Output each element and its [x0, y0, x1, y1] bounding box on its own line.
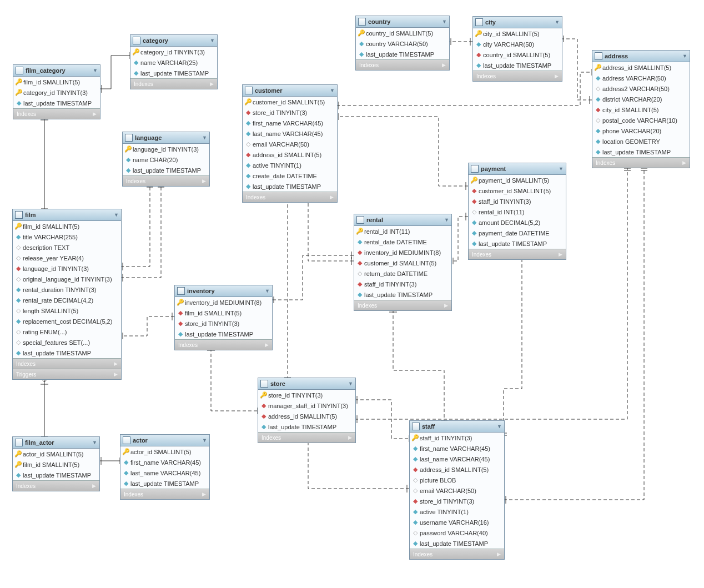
column-row[interactable]: 🔑film_id SMALLINT(5) — [13, 221, 121, 232]
column-row[interactable]: 🔑store_id TINYINT(3) — [258, 390, 355, 400]
column-row[interactable]: ◆last_update TIMESTAMP — [469, 238, 566, 249]
column-row[interactable]: ◆last_update TIMESTAMP — [354, 289, 451, 300]
column-row[interactable]: ◆last_update TIMESTAMP — [123, 165, 209, 175]
column-row[interactable]: ◆last_update TIMESTAMP — [120, 478, 209, 489]
collapse-icon[interactable]: ▼ — [93, 68, 98, 73]
table-header[interactable]: category▼ — [130, 35, 217, 47]
footer-indexes[interactable]: Indexes▶ — [592, 157, 690, 168]
table-header[interactable]: film▼ — [13, 209, 121, 221]
column-row[interactable]: 🔑city_id SMALLINT(5) — [473, 28, 562, 39]
column-row[interactable]: ◆inventory_id MEDIUMINT(8) — [354, 247, 451, 258]
table-rental[interactable]: rental▼🔑rental_id INT(11)◆rental_date DA… — [354, 214, 452, 311]
column-row[interactable]: ◆country_id SMALLINT(5) — [473, 49, 562, 60]
column-row[interactable]: ◆amount DECIMAL(5,2) — [469, 217, 566, 228]
table-staff[interactable]: staff▼🔑staff_id TINYINT(3)◆first_name VA… — [409, 420, 505, 560]
column-row[interactable]: ◆city_id SMALLINT(5) — [592, 104, 690, 115]
footer-indexes[interactable]: Indexes▶ — [469, 249, 566, 259]
column-row[interactable]: ◇length SMALLINT(5) — [13, 305, 121, 316]
column-row[interactable]: ◆active TINYINT(1) — [410, 506, 504, 517]
collapse-icon[interactable]: ▼ — [348, 381, 353, 386]
footer-indexes[interactable]: Indexes▶ — [120, 489, 209, 499]
column-row[interactable]: 🔑film_id SMALLINT(5) — [13, 77, 100, 87]
column-row[interactable]: 🔑rental_id INT(11) — [354, 226, 451, 237]
column-row[interactable]: ◆phone VARCHAR(20) — [592, 125, 690, 136]
column-row[interactable]: ◆staff_id TINYINT(3) — [354, 279, 451, 289]
column-row[interactable]: ◆last_update TIMESTAMP — [410, 538, 504, 549]
table-header[interactable]: film_category▼ — [13, 65, 100, 77]
collapse-icon[interactable]: ▼ — [444, 217, 449, 223]
column-row[interactable]: ◇email VARCHAR(50) — [243, 139, 337, 149]
column-row[interactable]: ◆last_update TIMESTAMP — [243, 181, 337, 192]
column-row[interactable]: ◆store_id TINYINT(3) — [410, 496, 504, 506]
column-row[interactable]: ◆customer_id SMALLINT(5) — [354, 258, 451, 268]
table-header[interactable]: language▼ — [123, 132, 209, 144]
table-address[interactable]: address▼🔑address_id SMALLINT(5)◆address … — [592, 50, 690, 168]
table-category[interactable]: category▼🔑category_id TINYINT(3)◆name VA… — [130, 34, 218, 89]
column-row[interactable]: ◆payment_date DATETIME — [469, 228, 566, 238]
column-row[interactable]: 🔑customer_id SMALLINT(5) — [243, 97, 337, 107]
table-payment[interactable]: payment▼🔑payment_id SMALLINT(5)◆customer… — [468, 163, 566, 260]
table-header[interactable]: actor▼ — [120, 435, 209, 446]
column-row[interactable]: ◆address VARCHAR(50) — [592, 73, 690, 83]
column-row[interactable]: ◆rental_date DATETIME — [354, 237, 451, 247]
column-row[interactable]: ◇rental_id INT(11) — [469, 207, 566, 217]
collapse-icon[interactable]: ▼ — [559, 166, 564, 172]
column-row[interactable]: ◆address_id SMALLINT(5) — [243, 149, 337, 160]
column-row[interactable]: ◆last_update TIMESTAMP — [13, 98, 100, 108]
column-row[interactable]: ◆last_update TIMESTAMP — [175, 329, 272, 339]
table-header[interactable]: film_actor▼ — [13, 437, 99, 449]
table-city[interactable]: city▼🔑city_id SMALLINT(5)◆city VARCHAR(5… — [472, 16, 562, 82]
column-row[interactable]: ◇postal_code VARCHAR(10) — [592, 115, 690, 125]
footer-indexes[interactable]: Indexes▶ — [354, 300, 451, 310]
column-row[interactable]: ◆customer_id SMALLINT(5) — [469, 185, 566, 196]
column-row[interactable]: ◆last_update TIMESTAMP — [473, 60, 562, 71]
column-row[interactable]: ◇address2 VARCHAR(50) — [592, 83, 690, 94]
column-row[interactable]: ◆address_id SMALLINT(5) — [258, 411, 355, 421]
footer-triggers[interactable]: Triggers▶ — [13, 369, 121, 379]
column-row[interactable]: ◆last_update TIMESTAMP — [13, 470, 99, 480]
column-row[interactable]: ◆last_update TIMESTAMP — [592, 147, 690, 157]
column-row[interactable]: ◇special_features SET(...) — [13, 337, 121, 348]
table-film_actor[interactable]: film_actor▼🔑actor_id SMALLINT(5)🔑film_id… — [12, 436, 100, 491]
table-country[interactable]: country▼🔑country_id SMALLINT(5)◆country … — [355, 16, 450, 71]
column-row[interactable]: ◆address_id SMALLINT(5) — [410, 464, 504, 475]
footer-indexes[interactable]: Indexes▶ — [258, 432, 355, 443]
column-row[interactable]: ◆last_name VARCHAR(45) — [120, 468, 209, 478]
footer-indexes[interactable]: Indexes▶ — [123, 175, 209, 186]
collapse-icon[interactable]: ▼ — [497, 424, 502, 429]
column-row[interactable]: 🔑film_id SMALLINT(5) — [13, 459, 99, 470]
column-row[interactable]: ◇email VARCHAR(50) — [410, 485, 504, 496]
collapse-icon[interactable]: ▼ — [114, 212, 119, 218]
column-row[interactable]: 🔑language_id TINYINT(3) — [123, 144, 209, 154]
footer-indexes[interactable]: Indexes▶ — [410, 549, 504, 559]
column-row[interactable]: ◆location GEOMETRY — [592, 136, 690, 147]
table-film_category[interactable]: film_category▼🔑film_id SMALLINT(5)🔑categ… — [13, 64, 100, 119]
column-row[interactable]: 🔑actor_id SMALLINT(5) — [13, 449, 99, 459]
table-store[interactable]: store▼🔑store_id TINYINT(3)◆manager_staff… — [258, 378, 356, 443]
column-row[interactable]: ◆last_update TIMESTAMP — [258, 421, 355, 432]
column-row[interactable]: ◆name VARCHAR(25) — [130, 57, 217, 68]
table-header[interactable]: address▼ — [592, 51, 690, 62]
column-row[interactable]: ◆rental_duration TINYINT(3) — [13, 284, 121, 295]
table-header[interactable]: payment▼ — [469, 163, 566, 175]
column-row[interactable]: ◇description TEXT — [13, 242, 121, 253]
footer-indexes[interactable]: Indexes▶ — [243, 192, 337, 202]
collapse-icon[interactable]: ▼ — [555, 19, 560, 25]
column-row[interactable]: ◆district VARCHAR(20) — [592, 94, 690, 104]
collapse-icon[interactable]: ▼ — [210, 38, 215, 43]
column-row[interactable]: 🔑category_id TINYINT(3) — [130, 47, 217, 57]
collapse-icon[interactable]: ▼ — [202, 438, 207, 443]
column-row[interactable]: ◆replacement_cost DECIMAL(5,2) — [13, 316, 121, 326]
table-header[interactable]: rental▼ — [354, 214, 451, 226]
footer-indexes[interactable]: Indexes▶ — [13, 358, 121, 369]
column-row[interactable]: ◆create_date DATETIME — [243, 170, 337, 181]
column-row[interactable]: ◆first_name VARCHAR(45) — [410, 443, 504, 454]
column-row[interactable]: 🔑payment_id SMALLINT(5) — [469, 175, 566, 185]
column-row[interactable]: ◆username VARCHAR(16) — [410, 517, 504, 527]
table-inventory[interactable]: inventory▼🔑inventory_id MEDIUMINT(8)◆fil… — [174, 285, 273, 350]
column-row[interactable]: ◆language_id TINYINT(3) — [13, 263, 121, 274]
column-row[interactable]: ◆last_name VARCHAR(45) — [243, 128, 337, 139]
column-row[interactable]: ◆country VARCHAR(50) — [356, 38, 449, 49]
column-row[interactable]: ◇return_date DATETIME — [354, 268, 451, 279]
column-row[interactable]: ◆last_update TIMESTAMP — [356, 49, 449, 59]
